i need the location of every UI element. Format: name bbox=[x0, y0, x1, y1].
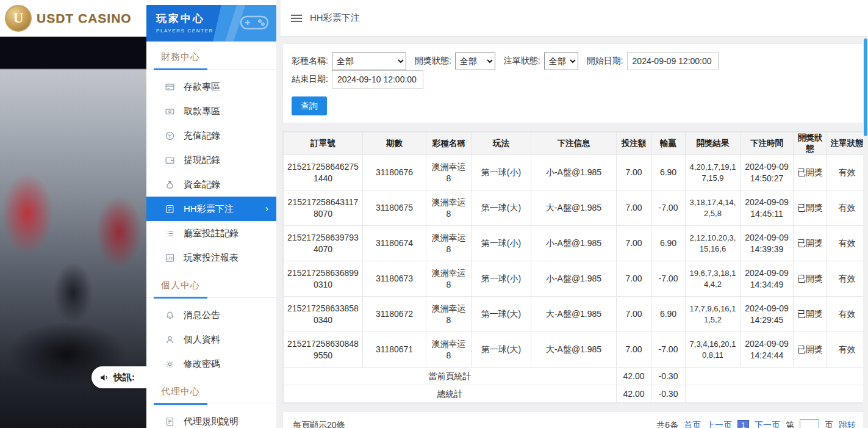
sidebar-item-cashout-records[interactable]: 提現記錄 bbox=[146, 148, 276, 172]
sidebar-item-recharge-records[interactable]: 充值記錄 bbox=[146, 123, 276, 148]
draw-status-label: 開獎狀態: bbox=[415, 56, 451, 67]
cell-bet-info: 小-A盤@1.985 bbox=[531, 155, 617, 190]
content-area: 彩種名稱: 全部 開獎狀態: 全部 注單狀態: 全部 開始日期: 結束日期: bbox=[281, 37, 868, 428]
col-header-win: 輸贏 bbox=[651, 132, 686, 155]
cell-result: 17,7,9,6,16,11,5,2 bbox=[686, 297, 741, 332]
section-personal: 個人中心 bbox=[146, 272, 276, 298]
sidebar-item-hh-lottery-bets[interactable]: HH彩票下注 › bbox=[146, 197, 276, 221]
cell-bet-status: 有效 bbox=[827, 190, 867, 226]
gamepad-icon bbox=[240, 13, 269, 32]
cell-period: 31180672 bbox=[363, 297, 426, 332]
start-date-input[interactable] bbox=[627, 52, 719, 70]
scrollbar-track bbox=[863, 37, 868, 428]
chevron-right-icon: › bbox=[265, 203, 268, 214]
grand-summary-empty bbox=[686, 385, 867, 403]
sidebar-item-withdraw[interactable]: 取款專區 bbox=[146, 99, 276, 123]
sidebar-item-room-bet-records[interactable]: 廳室投註記錄 bbox=[146, 221, 276, 245]
col-header-bet-status: 注單狀態 bbox=[827, 132, 867, 155]
sidebar-item-label: 存款專區 bbox=[184, 81, 220, 93]
cell-lottery: 澳洲幸运8 bbox=[426, 297, 472, 332]
main-topbar: HH彩票下注 bbox=[281, 0, 868, 37]
sidebar-item-label: HH彩票下注 bbox=[184, 203, 234, 215]
cell-play: 第一球(小) bbox=[472, 155, 531, 190]
cell-lottery: 澳洲幸运8 bbox=[426, 155, 472, 190]
table-row: 2152172586397934070 31180674 澳洲幸运8 第一球(小… bbox=[284, 226, 867, 261]
cell-bet-amount: 7.00 bbox=[617, 226, 651, 261]
players-center-header: 玩家中心 PLAYERS CENTER bbox=[146, 5, 276, 42]
bets-table-panel: 訂單號 期數 彩種名稱 玩法 下注信息 投注額 輸贏 開獎結果 下注時間 開獎狀… bbox=[282, 131, 866, 404]
sidebar-item-profile[interactable]: 個人資料 bbox=[146, 327, 276, 352]
withdraw-icon bbox=[165, 106, 175, 117]
sidebar-item-label: 修改密碼 bbox=[184, 358, 220, 370]
cell-time: 2024-09-09 14:39:39 bbox=[741, 226, 794, 261]
cell-lottery: 澳洲幸运8 bbox=[426, 261, 472, 297]
sidebar-item-label: 取款專區 bbox=[184, 106, 220, 117]
page-jump-input[interactable] bbox=[800, 419, 819, 428]
speaker-icon bbox=[99, 372, 110, 383]
cell-bet-amount: 7.00 bbox=[617, 297, 651, 332]
current-page[interactable]: 1 bbox=[737, 420, 749, 428]
jump-suffix-label: 页 bbox=[825, 420, 833, 428]
prev-page-link[interactable]: 上一页 bbox=[706, 420, 732, 428]
site-logo[interactable]: U USDT CASINO bbox=[5, 5, 132, 32]
sidebar-item-label: 消息公告 bbox=[184, 310, 220, 321]
bet-status-label: 注單狀態: bbox=[504, 56, 540, 67]
lottery-name-select[interactable]: 全部 bbox=[332, 52, 406, 70]
news-label: 快訊: bbox=[113, 372, 135, 383]
cell-bet-amount: 7.00 bbox=[617, 190, 651, 226]
cell-time: 2024-09-09 14:45:11 bbox=[741, 190, 794, 226]
end-date-input[interactable] bbox=[332, 70, 423, 89]
sidebar-item-label: 提現記錄 bbox=[184, 154, 220, 166]
table-row: 2152172586338580340 31180672 澳洲幸运8 第一球(大… bbox=[284, 297, 867, 332]
cell-play: 第一球(大) bbox=[472, 332, 531, 368]
cell-period: 31180676 bbox=[363, 155, 426, 190]
section-title: 財務中心 bbox=[154, 51, 207, 70]
sidebar-item-announcements[interactable]: 消息公告 bbox=[146, 303, 276, 327]
sidebar-item-player-bet-report[interactable]: 玩家投注報表 bbox=[146, 245, 276, 270]
cell-bet-status: 有效 bbox=[827, 155, 867, 190]
cell-win: -7.00 bbox=[651, 261, 686, 297]
grand-summary-win-total: -0.30 bbox=[651, 385, 686, 403]
report-icon bbox=[165, 253, 175, 263]
bet-status-select[interactable]: 全部 bbox=[544, 52, 578, 70]
sidebar-item-agent-rules[interactable]: 代理規則說明 bbox=[146, 409, 276, 428]
col-header-bet-info: 下注信息 bbox=[531, 132, 617, 155]
sidebar-item-change-password[interactable]: 修改密碼 bbox=[146, 352, 276, 376]
first-page-link[interactable]: 首页 bbox=[684, 420, 701, 428]
cell-result: 4,20,1,7,19,17,15,9 bbox=[686, 155, 741, 190]
cell-win: -7.00 bbox=[651, 190, 686, 226]
cell-lottery: 澳洲幸运8 bbox=[426, 226, 472, 261]
cell-period: 31180674 bbox=[363, 226, 426, 261]
cell-result: 3,18,17,4,14,2,5,8 bbox=[686, 190, 741, 226]
cell-draw-status: 已開獎 bbox=[794, 190, 827, 226]
cell-time: 2024-09-09 14:24:44 bbox=[741, 332, 794, 368]
cell-lottery: 澳洲幸运8 bbox=[426, 190, 472, 226]
cell-period: 31180673 bbox=[363, 261, 426, 297]
end-date-label: 結束日期: bbox=[292, 74, 328, 85]
cell-result: 19,6,7,3,18,14,4,2 bbox=[686, 261, 741, 297]
draw-status-select[interactable]: 全部 bbox=[455, 52, 495, 70]
scrollbar-thumb[interactable] bbox=[864, 38, 867, 136]
cell-play: 第一球(小) bbox=[472, 261, 531, 297]
table-row: 2152172586368990310 31180673 澳洲幸运8 第一球(小… bbox=[284, 261, 867, 297]
sidebar-item-deposit[interactable]: 存款專區 bbox=[146, 74, 276, 99]
cell-play: 第一球(大) bbox=[472, 297, 531, 332]
sidebar-item-fund-records[interactable]: 資金記錄 bbox=[146, 172, 276, 197]
jump-link[interactable]: 跳转 bbox=[839, 420, 856, 428]
cell-bet-status: 有效 bbox=[827, 297, 867, 332]
filter-panel: 彩種名稱: 全部 開獎狀態: 全部 注單狀態: 全部 開始日期: 結束日期: bbox=[282, 43, 866, 123]
grand-summary-row: 總統計 42.00 -0.30 bbox=[284, 385, 867, 403]
search-button[interactable]: 查詢 bbox=[292, 96, 327, 115]
cell-win: 6.90 bbox=[651, 226, 686, 261]
col-header-time: 下注時間 bbox=[741, 132, 794, 155]
next-page-link[interactable]: 下一页 bbox=[755, 420, 780, 428]
cell-bet-info: 大-A盤@1.985 bbox=[531, 332, 617, 368]
cell-result: 2,12,10,20,3,15,16,6 bbox=[686, 226, 741, 261]
cell-win: 6.90 bbox=[651, 297, 686, 332]
menu-icon[interactable] bbox=[291, 13, 302, 24]
gear-icon bbox=[165, 359, 175, 369]
col-header-draw-status: 開獎狀態 bbox=[794, 132, 827, 155]
cell-lottery: 澳洲幸运8 bbox=[426, 332, 472, 368]
cell-period: 31180675 bbox=[363, 190, 426, 226]
grand-summary-label: 總統計 bbox=[284, 385, 617, 403]
